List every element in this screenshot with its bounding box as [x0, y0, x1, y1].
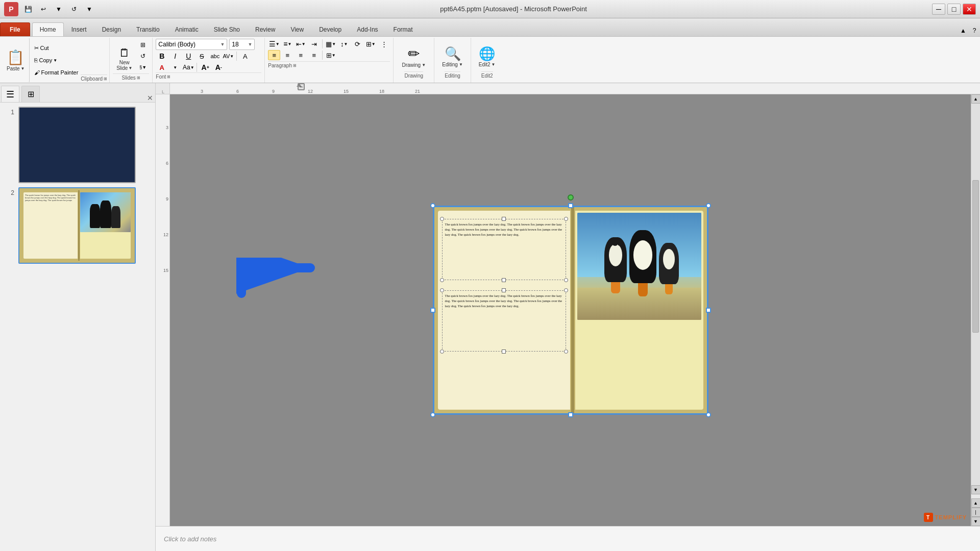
tab-addins[interactable]: Add-Ins [349, 22, 385, 36]
clipboard-expand[interactable]: ⊞ [104, 77, 107, 81]
outline-tab[interactable]: ☰ [1, 86, 19, 102]
font-family-selector[interactable]: Calibri (Body) ▼ [156, 39, 227, 50]
text2-handle-tm[interactable] [502, 288, 506, 292]
bullets-button[interactable]: ☰▼ [268, 39, 280, 49]
close-button[interactable]: ✕ [963, 4, 976, 15]
tab-file[interactable]: File [0, 22, 30, 36]
scroll-down-button[interactable]: ▼ [971, 485, 981, 494]
maximize-button[interactable]: □ [947, 4, 961, 15]
handle-bl[interactable] [430, 412, 435, 417]
text-box-1[interactable]: The quick brown fox jumps over the lazy … [442, 219, 566, 280]
layout-button[interactable]: ⊞ [137, 40, 149, 50]
page-prev-button[interactable]: | [971, 508, 981, 517]
line-spacing-button[interactable]: ↕▼ [338, 39, 350, 49]
numbering-button[interactable]: ≡▼ [281, 39, 293, 49]
qat-redo-dropdown[interactable]: ▼ [53, 4, 64, 15]
text-box-2[interactable]: The quick brown fox jumps over the lazy … [442, 290, 566, 352]
page-up-button[interactable]: ▲ [971, 498, 981, 508]
tab-slideshow[interactable]: Slide Sho [206, 22, 248, 36]
text2-handle-br[interactable] [564, 349, 568, 354]
tab-home[interactable]: Home [32, 22, 64, 36]
scroll-track-v[interactable] [971, 104, 980, 485]
handle-bm[interactable] [568, 412, 573, 417]
paragraph-expand[interactable]: ⊞ [293, 63, 297, 68]
minimize-button[interactable]: ─ [932, 4, 945, 15]
scroll-up-button[interactable]: ▲ [971, 94, 981, 104]
indent-decrease-button[interactable]: ⇤▼ [295, 39, 307, 49]
handle-tm[interactable] [568, 203, 573, 208]
notes-area[interactable]: Click to add notes [156, 526, 980, 551]
rotate-handle[interactable] [568, 194, 574, 201]
smartart-button[interactable]: ⋮ [378, 39, 390, 49]
slide-preview-2[interactable]: The quick brown fox jumps over the lazy … [18, 187, 136, 264]
tab-transitions[interactable]: Transitio [129, 22, 167, 36]
columns-button[interactable]: ▦▼ [325, 39, 337, 49]
qat-save[interactable]: 💾 [22, 4, 34, 15]
tab-animations[interactable]: Animatic [167, 22, 206, 36]
indent-increase-button[interactable]: ⇥ [308, 39, 320, 49]
italic-button[interactable]: I [169, 51, 181, 61]
justify-button[interactable]: ≡ [308, 50, 320, 60]
underline-button[interactable]: U [182, 51, 194, 61]
shadow-button[interactable]: abc [209, 51, 221, 61]
handle-ml[interactable] [430, 308, 435, 313]
reset-button[interactable]: ↺ [137, 51, 149, 61]
slide-thumb-2[interactable]: 2 The quick brown fox jumps over the laz… [4, 187, 151, 264]
strikethrough-button[interactable]: S [195, 51, 208, 61]
handle-tr[interactable] [706, 203, 711, 208]
paste-button[interactable]: 📋 Paste▼ [2, 38, 30, 83]
font-color-dropdown[interactable]: ▼ [169, 62, 181, 72]
panel-close-button[interactable]: ✕ [147, 94, 153, 102]
text2-handle-tl[interactable] [440, 288, 444, 292]
handle-br[interactable] [706, 412, 711, 417]
text-direction-button[interactable]: ⟳ [351, 39, 363, 49]
handle-tl[interactable] [430, 203, 435, 208]
qat-customize[interactable]: ▼ [84, 4, 95, 15]
qat-undo[interactable]: ↩ [38, 4, 49, 15]
font-expand[interactable]: ⊞ [167, 74, 170, 79]
help-button[interactable]: ? [969, 25, 980, 36]
text2-handle-tr[interactable] [564, 288, 568, 292]
cut-button[interactable]: ✂ Cut [32, 42, 81, 54]
increase-font-button[interactable]: A+ [199, 62, 211, 72]
tab-developer[interactable]: Develop [311, 22, 349, 36]
slide-thumb-1[interactable]: 1 [4, 107, 151, 183]
slide-canvas[interactable]: The quick brown fox jumps over the lazy … [170, 94, 971, 526]
scroll-thumb-v[interactable] [972, 180, 979, 333]
bold-button[interactable]: B [156, 51, 168, 61]
section-button[interactable]: §▼ [137, 62, 149, 72]
tab-design[interactable]: Design [94, 22, 129, 36]
font-case-button[interactable]: Aa▼ [182, 62, 194, 72]
text-handle-br[interactable] [564, 278, 568, 282]
text-align-button[interactable]: ⊞▼ [364, 39, 377, 49]
page-down-button[interactable]: ▼ [971, 517, 981, 526]
align-center-button[interactable]: ≡ [281, 50, 293, 60]
table-button[interactable]: ⊞▼ [325, 50, 337, 60]
qat-undo2[interactable]: ↺ [68, 4, 80, 15]
text-handle-bm[interactable] [502, 278, 506, 282]
format-painter-button[interactable]: 🖌 Format Painter [32, 67, 81, 78]
clear-formatting-button[interactable]: A [239, 51, 251, 61]
font-size-selector[interactable]: 18 ▼ [229, 39, 255, 50]
text2-handle-bm[interactable] [502, 349, 506, 354]
align-right-button[interactable]: ≡ [295, 50, 307, 60]
decrease-font-button[interactable]: A- [212, 62, 225, 72]
tab-view[interactable]: View [283, 22, 311, 36]
copy-button[interactable]: ⎘ Copy ▼ [32, 55, 81, 66]
new-slide-button[interactable]: 🗒 New Slide▼ [113, 45, 136, 72]
align-left-button[interactable]: ≡ [268, 50, 280, 60]
editing-button[interactable]: 🔍 Editing ▼ [437, 42, 468, 71]
edit2-button[interactable]: 🌐 Edit2 ▼ [474, 42, 500, 71]
slide-container[interactable]: The quick brown fox jumps over the lazy … [433, 206, 708, 415]
tab-format[interactable]: Format [386, 22, 421, 36]
text-handle-tl[interactable] [440, 217, 444, 221]
ribbon-collapse[interactable]: ▲ [958, 25, 969, 36]
font-color-button[interactable]: A [156, 62, 168, 72]
tab-review[interactable]: Review [248, 22, 283, 36]
text-handle-tr[interactable] [564, 217, 568, 221]
drawing-button[interactable]: ✏ Drawing ▼ [397, 42, 430, 71]
slides-expand[interactable]: ⊞ [137, 76, 140, 80]
slide-preview-1[interactable] [18, 107, 136, 183]
slides-tab[interactable]: ⊞ [21, 86, 40, 102]
tab-insert[interactable]: Insert [64, 22, 94, 36]
